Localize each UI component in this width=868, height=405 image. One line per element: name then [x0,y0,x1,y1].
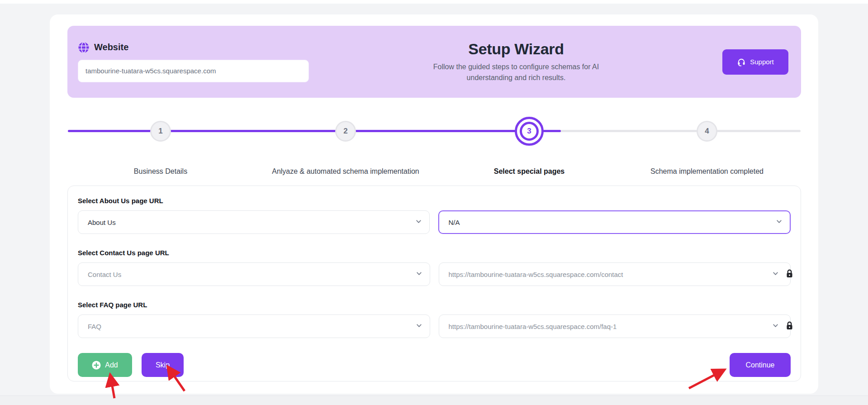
contact-us-url-value: https://tambourine-tuatara-w5cs.squaresp… [449,271,623,278]
continue-button-label: Continue [745,361,774,369]
about-us-url-value: N/A [449,219,460,226]
progress-stepper: 1 2 3 4 Business Details Anlyaze & autom… [50,14,818,177]
chevron-down-icon [415,218,422,227]
contact-us-page-select[interactable]: Contact Us [78,262,430,286]
plus-circle-icon [92,361,101,370]
step-4-label: Schema implementation completed [589,167,825,176]
faq-select-value: FAQ [88,323,101,330]
browser-top-strip [0,0,868,4]
faq-row: FAQ https://tambourine-tuatara-w5cs.squa… [78,314,791,338]
lock-icon [786,321,793,332]
faq-url-select[interactable]: https://tambourine-tuatara-w5cs.squaresp… [439,314,791,338]
about-us-select-value: About Us [88,219,116,226]
contact-us-url-select[interactable]: https://tambourine-tuatara-w5cs.squaresp… [439,262,791,286]
contact-us-row: Contact Us https://tambourine-tuatara-w5… [78,262,791,286]
lock-icon [786,269,793,280]
step-1-number: 1 [150,121,171,142]
setup-wizard-panel: Website Setup Wizard Follow the guided s… [50,14,818,394]
about-us-row: About Us N/A [78,210,791,234]
about-us-page-select[interactable]: About Us [78,210,430,234]
contact-us-select-value: Contact Us [88,271,121,278]
stepper-track-progress [68,130,561,132]
about-us-row-label: Select About Us page URL [78,197,791,205]
step-3-number: 3 [520,122,539,141]
step-1-circle[interactable]: 1 [150,121,171,142]
page-footer-strip [0,395,868,405]
faq-row-label: Select FAQ page URL [78,301,791,309]
faq-page-select[interactable]: FAQ [78,314,430,338]
skip-button-label: Skip [156,361,170,369]
step-4-number: 4 [697,121,717,142]
chevron-down-icon [775,218,783,227]
chevron-down-icon [415,270,423,279]
special-pages-form: Select About Us page URL About Us N/A Se… [67,186,801,381]
faq-url-value: https://tambourine-tuatara-w5cs.squaresp… [449,323,617,330]
contact-us-row-label: Select Contact Us page URL [78,249,791,257]
add-button[interactable]: Add [78,353,132,377]
chevron-down-icon [772,270,779,279]
form-actions: Add Skip Continue [78,353,791,377]
about-us-url-select[interactable]: N/A [438,210,791,234]
chevron-down-icon [772,322,779,331]
step-2-number: 2 [335,121,356,142]
step-2-circle[interactable]: 2 [335,121,356,142]
step-3-circle-active[interactable]: 3 [515,117,544,146]
skip-button[interactable]: Skip [142,353,184,377]
add-button-label: Add [105,361,118,369]
continue-button[interactable]: Continue [730,353,791,377]
step-4-circle[interactable]: 4 [697,121,717,142]
chevron-down-icon [415,322,423,331]
